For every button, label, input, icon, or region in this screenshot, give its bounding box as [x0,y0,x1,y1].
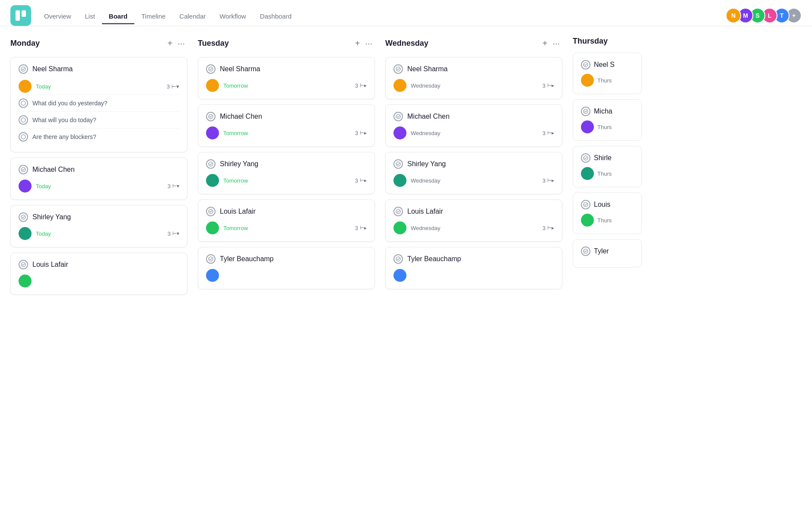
user-avatar [393,174,406,187]
tab-overview[interactable]: Overview [37,9,78,24]
user-avatar [206,126,219,139]
check-icon [206,112,216,121]
sub-item: What did you do yesterday? [19,95,179,111]
card-mon-shirley[interactable]: Shirley YangToday3⊢▾ [10,205,187,247]
card-tue-neel[interactable]: Neel SharmaTomorrow3⊢▸ [198,57,375,99]
due-date: Tomorrow [223,177,248,184]
due-date: Today [36,183,51,190]
card-footer: Tomorrow3⊢▸ [206,79,367,92]
svg-point-19 [584,63,588,67]
svg-point-13 [209,257,213,261]
card-thu-tyler[interactable]: Tyler [573,239,642,268]
add-card-button-tuesday[interactable]: + [352,37,363,50]
card-mon-michael[interactable]: Michael ChenToday3⊢▾ [10,158,187,200]
check-icon [19,165,28,174]
check-icon [581,200,590,209]
card-thu-shirley[interactable]: ShirleThurs [573,146,642,187]
user-avatar [206,269,219,282]
tab-board[interactable]: Board [102,9,134,24]
card-thu-louis[interactable]: LouisThurs [573,193,642,234]
card-title-row: Micha [581,107,634,116]
svg-point-5 [21,135,25,139]
user-avatar [581,167,594,180]
tab-calendar[interactable]: Calendar [172,9,213,24]
card-tue-michael[interactable]: Michael ChenTomorrow3⊢▸ [198,104,375,147]
subtask-info: 3⊢▸ [355,130,367,136]
svg-point-23 [584,249,588,253]
svg-point-17 [396,209,400,214]
card-wed-michael[interactable]: Michael ChenWednesday3⊢▸ [385,104,562,147]
svg-point-10 [209,114,213,119]
card-mon-louis[interactable]: Louis Lafair [10,253,187,295]
check-icon [393,159,403,169]
subtask-icon: ⊢▸ [547,82,554,88]
card-footer: Today3⊢▾ [19,80,179,93]
card-wed-tyler[interactable]: Tyler Beauchamp [385,247,562,289]
card-footer [393,269,554,282]
svg-point-12 [209,209,213,214]
subtask-icon: ⊢▾ [172,183,179,189]
subtask-info: 3⊢▸ [355,82,367,89]
card-title-row: Neel S [581,60,634,69]
add-card-button-monday[interactable]: + [165,37,175,50]
check-icon [206,64,216,74]
card-title-text: Louis Lafair [407,208,443,215]
svg-point-14 [396,67,400,71]
check-icon [581,107,590,116]
more-options-button-wednesday[interactable]: ··· [550,37,562,50]
card-wed-neel[interactable]: Neel SharmaWednesday3⊢▸ [385,57,562,99]
tab-dashboard[interactable]: Dashboard [253,9,298,24]
sub-item-check [19,115,28,125]
card-mon-neel[interactable]: Neel SharmaToday3⊢▾What did you do yeste… [10,57,187,152]
card-footer: Wednesday3⊢▸ [393,126,554,139]
card-tue-louis[interactable]: Louis LafairTomorrow3⊢▸ [198,199,375,242]
tab-timeline[interactable]: Timeline [134,9,172,24]
card-thu-michael[interactable]: MichaThurs [573,99,642,141]
due-date: Today [36,83,51,90]
subtask-info: 3⊢▾ [168,231,179,237]
svg-point-4 [21,118,25,122]
sub-item-check [19,132,28,142]
card-title-text: Louis Lafair [220,208,256,215]
due-date: Tomorrow [223,130,248,136]
tab-workflow[interactable]: Workflow [213,9,253,24]
card-tue-tyler[interactable]: Tyler Beauchamp [198,247,375,289]
card-wed-louis[interactable]: Louis LafairWednesday3⊢▸ [385,199,562,242]
due-date: Thurs [597,77,612,84]
column-title-thursday: Thursday [573,37,642,46]
due-date: Thurs [597,217,612,224]
svg-rect-0 [16,10,20,21]
check-icon [581,153,590,163]
due-date: Wednesday [411,225,440,231]
add-card-button-wednesday[interactable]: + [540,37,550,50]
card-tue-shirley[interactable]: Shirley YangTomorrow3⊢▸ [198,152,375,194]
card-thu-neel[interactable]: Neel SThurs [573,53,642,94]
svg-point-8 [21,262,25,267]
column-header-monday: Monday+··· [10,37,187,50]
card-title-text: Tyler [594,247,609,255]
app-logo [10,5,31,26]
subtask-count: 3 [167,83,170,90]
card-footer: Tomorrow3⊢▸ [206,174,367,187]
user-avatar [393,221,406,234]
sub-item: What will you do today? [19,111,179,128]
card-title-row: Louis Lafair [19,260,179,269]
check-icon [581,60,590,69]
card-footer: Today3⊢▾ [19,227,179,240]
check-icon [206,207,216,216]
card-title-row: Shirley Yang [206,159,367,169]
user-avatar [19,180,32,193]
check-icon [393,254,403,264]
card-title-text: Michael Chen [32,166,75,174]
tab-list[interactable]: List [78,9,102,24]
more-options-button-tuesday[interactable]: ··· [362,37,375,50]
more-options-button-monday[interactable]: ··· [175,37,187,50]
subtask-info: 3⊢▾ [167,83,179,90]
card-title-row: Neel Sharma [19,64,179,74]
svg-point-7 [21,215,25,219]
check-icon [19,212,28,222]
card-title-text: Michael Chen [407,113,450,120]
subtask-count: 3 [355,225,358,231]
subtask-icon: ⊢▸ [360,177,367,183]
card-wed-shirley[interactable]: Shirley YangWednesday3⊢▸ [385,152,562,194]
